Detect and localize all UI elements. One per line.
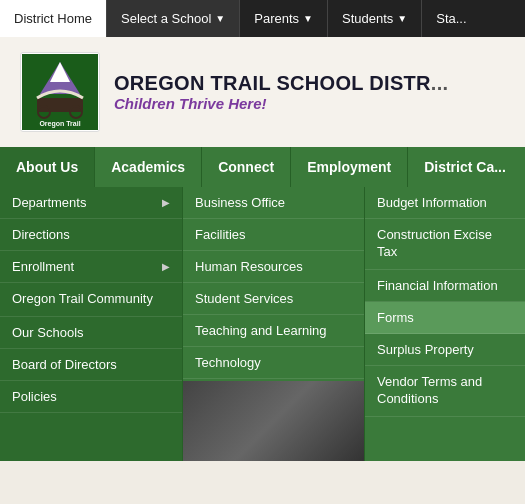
chevron-down-icon: ▼	[215, 13, 225, 24]
logo-area: Oregon Trail OREGON TRAIL SCHOOL DISTR..…	[20, 52, 448, 132]
dropdown-item-departments[interactable]: Departments ▶	[0, 187, 182, 219]
dropdown-item-forms[interactable]: Forms	[365, 302, 525, 334]
parents-label: Parents	[254, 11, 299, 26]
school-logo: Oregon Trail	[20, 52, 100, 132]
dropdown-item-vendor-terms[interactable]: Vendor Terms and Conditions	[365, 366, 525, 417]
dropdown-item-construction-excise-tax[interactable]: Construction Excise Tax	[365, 219, 525, 270]
sta-label: Sta...	[436, 11, 466, 26]
site-header: Oregon Trail OREGON TRAIL SCHOOL DISTR..…	[0, 37, 525, 147]
school-name-block: OREGON TRAIL SCHOOL DISTR... Children Th…	[114, 72, 448, 112]
chevron-down-icon: ▼	[303, 13, 313, 24]
arrow-right-icon: ▶	[162, 261, 170, 272]
dropdown-item-student-services[interactable]: Student Services	[183, 283, 364, 315]
top-nav-sta[interactable]: Sta...	[422, 0, 480, 37]
dropdown-item-technology[interactable]: Technology	[183, 347, 364, 379]
svg-text:Oregon Trail: Oregon Trail	[39, 120, 80, 128]
dropdown-item-board-of-directors[interactable]: Board of Directors	[0, 349, 182, 381]
dropdown-item-directions[interactable]: Directions	[0, 219, 182, 251]
district-cal-dropdown: Budget Information Construction Excise T…	[364, 187, 525, 461]
about-us-dropdown: Departments ▶ Directions Enrollment ▶ Or…	[0, 187, 182, 461]
chevron-down-icon: ▼	[397, 13, 407, 24]
dropdown-item-our-schools[interactable]: Our Schools	[0, 317, 182, 349]
dropdown-item-oregon-trail-community[interactable]: Oregon Trail Community	[0, 283, 182, 317]
sec-nav-about-us[interactable]: About Us	[0, 147, 95, 187]
top-nav-select-school[interactable]: Select a School ▼	[107, 0, 240, 37]
dropdown-item-enrollment[interactable]: Enrollment ▶	[0, 251, 182, 283]
sec-nav-employment[interactable]: Employment	[291, 147, 408, 187]
select-school-label: Select a School	[121, 11, 211, 26]
school-full-name: OREGON TRAIL SCHOOL DISTR...	[114, 72, 448, 95]
dropdown-item-human-resources[interactable]: Human Resources	[183, 251, 364, 283]
secondary-nav: About Us Academics Connect Employment Di…	[0, 147, 525, 187]
dropdown-menus: Departments ▶ Directions Enrollment ▶ Or…	[0, 187, 525, 461]
top-nav-students[interactable]: Students ▼	[328, 0, 422, 37]
dropdown-item-financial-information[interactable]: Financial Information	[365, 270, 525, 302]
sec-nav-district-cal[interactable]: District Ca...	[408, 147, 522, 187]
dropdown-item-budget-information[interactable]: Budget Information	[365, 187, 525, 219]
dropdown-item-surplus-property[interactable]: Surplus Property	[365, 334, 525, 366]
dropdown-item-policies[interactable]: Policies	[0, 381, 182, 413]
dropdown-item-facilities[interactable]: Facilities	[183, 219, 364, 251]
top-nav-parents[interactable]: Parents ▼	[240, 0, 328, 37]
image-placeholder	[183, 381, 364, 461]
sec-nav-academics[interactable]: Academics	[95, 147, 202, 187]
top-nav: District Home Select a School ▼ Parents …	[0, 0, 525, 37]
students-label: Students	[342, 11, 393, 26]
logo-svg: Oregon Trail	[22, 54, 98, 130]
svg-rect-3	[37, 98, 83, 112]
academics-dropdown: Business Office Facilities Human Resourc…	[182, 187, 364, 461]
district-home-label: District Home	[14, 11, 92, 26]
top-nav-district-home[interactable]: District Home	[0, 0, 107, 37]
sec-nav-connect[interactable]: Connect	[202, 147, 291, 187]
arrow-right-icon: ▶	[162, 197, 170, 208]
school-tagline: Children Thrive Here!	[114, 95, 448, 112]
dropdown-item-business-office[interactable]: Business Office	[183, 187, 364, 219]
dropdown-item-teaching-and-learning[interactable]: Teaching and Learning	[183, 315, 364, 347]
